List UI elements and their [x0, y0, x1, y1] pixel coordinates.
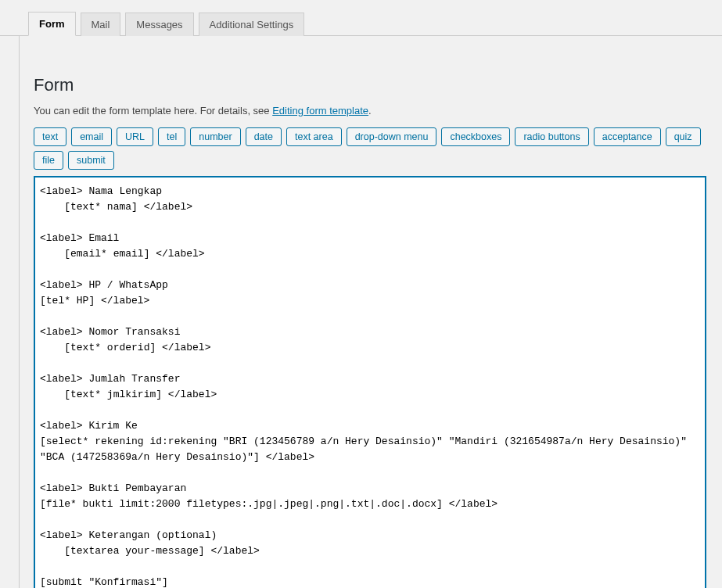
tag-email-button[interactable]: email — [71, 127, 112, 146]
tag-number-button[interactable]: number — [190, 127, 240, 146]
tab-form[interactable]: Form — [28, 12, 76, 36]
tab-additional-settings[interactable]: Additional Settings — [199, 13, 305, 36]
tag-dropdown-button[interactable]: drop-down menu — [347, 127, 437, 146]
panel-heading: Form — [34, 75, 706, 95]
desc-prefix: You can edit the form template here. For… — [34, 105, 272, 117]
form-template-textarea[interactable] — [34, 176, 706, 588]
tag-date-button[interactable]: date — [246, 127, 282, 146]
tab-messages[interactable]: Messages — [125, 13, 193, 36]
tag-acceptance-button[interactable]: acceptance — [594, 127, 661, 146]
tabs-bar: Form Mail Messages Additional Settings — [0, 0, 722, 36]
tag-textarea-button[interactable]: text area — [286, 127, 342, 146]
tag-text-button[interactable]: text — [34, 127, 66, 146]
tag-radio-button[interactable]: radio buttons — [515, 127, 588, 146]
panel-description: You can edit the form template here. For… — [34, 105, 706, 117]
tag-submit-button[interactable]: submit — [68, 151, 114, 170]
tag-url-button[interactable]: URL — [117, 127, 153, 146]
tab-mail[interactable]: Mail — [81, 13, 121, 36]
editing-form-template-link[interactable]: Editing form template — [272, 105, 368, 117]
desc-suffix: . — [368, 105, 372, 117]
tag-file-button[interactable]: file — [34, 151, 63, 170]
tag-tel-button[interactable]: tel — [158, 127, 185, 146]
tag-quiz-button[interactable]: quiz — [666, 127, 701, 146]
tag-checkboxes-button[interactable]: checkboxes — [441, 127, 510, 146]
tag-generator-row: text email URL tel number date text area… — [34, 127, 706, 170]
